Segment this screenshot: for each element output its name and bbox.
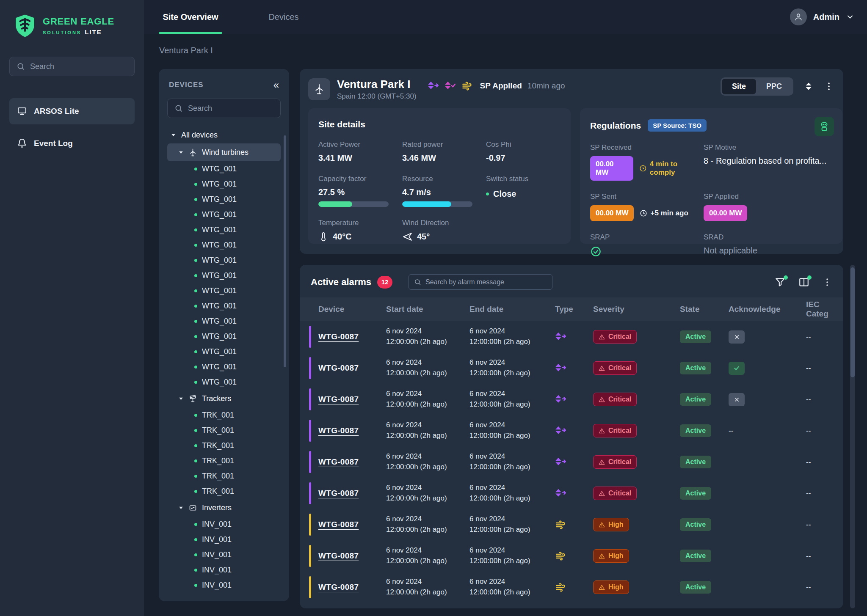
more-options-icon[interactable] <box>824 81 834 91</box>
column-header[interactable]: Type <box>555 305 593 314</box>
device-tree-item[interactable]: WTG_001 <box>167 253 281 268</box>
column-header[interactable]: Acknowledge <box>729 305 806 314</box>
alarms-count-badge: 12 <box>377 276 392 289</box>
column-header[interactable]: End date <box>469 305 555 314</box>
sidebar-item-event-log[interactable]: Event Log <box>9 130 135 157</box>
acknowledge-dismiss-button[interactable] <box>729 393 745 406</box>
wind-turbine-icon <box>313 83 325 95</box>
device-link[interactable]: WTG-0087 <box>318 489 359 498</box>
device-tree-item[interactable]: WTG_001 <box>167 237 281 253</box>
tree-group-wind-turbines[interactable]: Wind turbines <box>167 143 281 161</box>
device-tree-item[interactable]: WTG_001 <box>167 298 281 314</box>
state-badge: Active <box>680 518 711 531</box>
warning-icon <box>599 396 605 403</box>
tree-scrollbar[interactable] <box>284 135 286 367</box>
device-tree-item[interactable]: WTG_001 <box>167 374 281 390</box>
device-link[interactable]: WTG-0087 <box>318 551 359 560</box>
sidebar-item-arsos-lite[interactable]: ARSOS Lite <box>9 98 135 124</box>
alarm-table-row[interactable]: WTG-0087 6 nov 202412:00:00h (2h ago) 6 … <box>300 415 843 446</box>
tab-devices[interactable]: Devices <box>252 0 315 34</box>
alarm-table-row[interactable]: WTG-0087 6 nov 202412:00:00h (2h ago) 6 … <box>300 540 843 572</box>
device-tree-item[interactable]: TRK_001 <box>167 484 281 499</box>
alarm-table-row[interactable]: WTG-0087 6 nov 202412:00:00h (2h ago) 6 … <box>300 478 843 509</box>
device-link[interactable]: WTG-0087 <box>318 583 359 591</box>
alarms-scrollbar[interactable] <box>850 265 855 608</box>
device-tree-item[interactable]: TRK_001 <box>167 423 281 438</box>
alarm-type-cell <box>555 363 593 374</box>
device-tree-item[interactable]: INV_001 <box>167 562 281 578</box>
column-header[interactable]: State <box>680 305 729 314</box>
device-link[interactable]: WTG-0087 <box>318 332 359 341</box>
alarm-type-cell <box>555 456 593 468</box>
sp-received-value-badge: 00.00 MW <box>590 156 633 181</box>
device-link[interactable]: WTG-0087 <box>318 395 359 404</box>
device-label: INV_001 <box>202 520 232 529</box>
device-tree-item[interactable]: TRK_001 <box>167 453 281 468</box>
tree-group-trackers[interactable]: Trackers <box>167 390 281 407</box>
device-tree-item[interactable]: WTG_001 <box>167 283 281 298</box>
tab-site-overview[interactable]: Site Overview <box>159 0 222 34</box>
alarm-table-row[interactable]: WTG-0087 6 nov 202412:00:00h (2h ago) 6 … <box>300 446 843 478</box>
device-tree-item[interactable]: WTG_001 <box>167 314 281 329</box>
collapse-panel-icon[interactable]: « <box>273 80 279 90</box>
device-link[interactable]: WTG-0087 <box>318 457 359 466</box>
filter-button[interactable] <box>775 277 786 288</box>
acknowledge-confirm-button[interactable] <box>729 362 745 375</box>
columns-button[interactable] <box>798 277 809 288</box>
status-dot <box>194 381 197 384</box>
more-options-icon[interactable] <box>822 277 832 287</box>
device-tree-item[interactable]: WTG_001 <box>167 344 281 359</box>
app-window: GREEN EAGLE SOLUTIONS LITE Search ARSOS … <box>0 0 867 616</box>
device-label: TRK_001 <box>202 411 234 420</box>
column-header[interactable]: IEC Categ <box>806 300 843 319</box>
alarm-table-row[interactable]: WTG-0087 6 nov 202412:00:00h (2h ago) 6 … <box>300 321 843 352</box>
device-tree-item[interactable]: INV_001 <box>167 578 281 593</box>
wind-type-icon <box>555 550 566 562</box>
tree-group-inverters[interactable]: Inverters <box>167 499 281 517</box>
device-tree-item[interactable]: WTG_001 <box>167 359 281 374</box>
device-tree-item[interactable]: WTG_001 <box>167 176 281 192</box>
device-tree-item[interactable]: WTG_001 <box>167 207 281 222</box>
alarm-search-input[interactable]: Search by alarm message <box>409 274 552 290</box>
device-link[interactable]: WTG-0087 <box>318 426 359 435</box>
column-header[interactable]: Start date <box>386 305 469 314</box>
column-header[interactable]: Device <box>300 305 386 314</box>
device-tree-item[interactable]: INV_001 <box>167 517 281 532</box>
scrollbar-thumb[interactable] <box>850 267 855 377</box>
user-menu[interactable]: Admin <box>790 0 867 34</box>
severity-badge: Critical <box>593 330 637 344</box>
device-tree-item[interactable]: INV_001 <box>167 532 281 547</box>
device-tree-item[interactable]: TRK_001 <box>167 407 281 423</box>
device-tree-item[interactable]: WTG_001 <box>167 222 281 237</box>
device-link[interactable]: WTG-0087 <box>318 363 359 372</box>
alarm-table-row[interactable]: WTG-0087 6 nov 202412:00:00h (2h ago) 6 … <box>300 572 843 603</box>
device-tree-item[interactable]: WTG_001 <box>167 161 281 176</box>
alarm-table-row[interactable]: WTG-0087 6 nov 202412:00:00h (2h ago) 6 … <box>300 384 843 415</box>
caret-down-icon <box>171 132 176 138</box>
warning-icon <box>599 490 605 497</box>
acknowledge-dismiss-button[interactable] <box>729 330 745 344</box>
alarm-table-row[interactable]: WTG-0087 6 nov 202412:00:00h (2h ago) 6 … <box>300 352 843 384</box>
sort-icon[interactable] <box>803 81 814 91</box>
device-tree-item[interactable]: WTG_001 <box>167 192 281 207</box>
automation-robot-button[interactable] <box>815 117 834 136</box>
devices-search-input[interactable]: Search <box>167 99 281 118</box>
robot-icon <box>819 121 830 132</box>
toggle-ppc-button[interactable]: PPC <box>756 79 792 94</box>
brand-logo: GREEN EAGLE SOLUTIONS LITE <box>0 0 144 38</box>
toggle-site-button[interactable]: Site <box>722 79 756 94</box>
device-tree-item[interactable]: TRK_001 <box>167 438 281 453</box>
alarm-table-row[interactable]: WTG-0087 6 nov 202412:00:00h (2h ago) 6 … <box>300 509 843 540</box>
setpoint-type-icon <box>555 331 566 343</box>
column-header[interactable]: Severity <box>593 305 680 314</box>
alarm-accent-bar <box>309 451 311 473</box>
device-link[interactable]: WTG-0087 <box>318 520 359 529</box>
device-tree-item[interactable]: INV_001 <box>167 547 281 562</box>
devices-panel-title: DEVICES <box>169 81 204 89</box>
sidebar-search-input[interactable]: Search <box>9 57 135 76</box>
device-tree-item[interactable]: WTG_001 <box>167 329 281 344</box>
device-tree-item[interactable]: TRK_001 <box>167 468 281 484</box>
device-tree-item[interactable]: WTG_001 <box>167 268 281 283</box>
search-icon <box>17 62 25 71</box>
tree-node-all-devices[interactable]: All devices <box>167 126 281 143</box>
